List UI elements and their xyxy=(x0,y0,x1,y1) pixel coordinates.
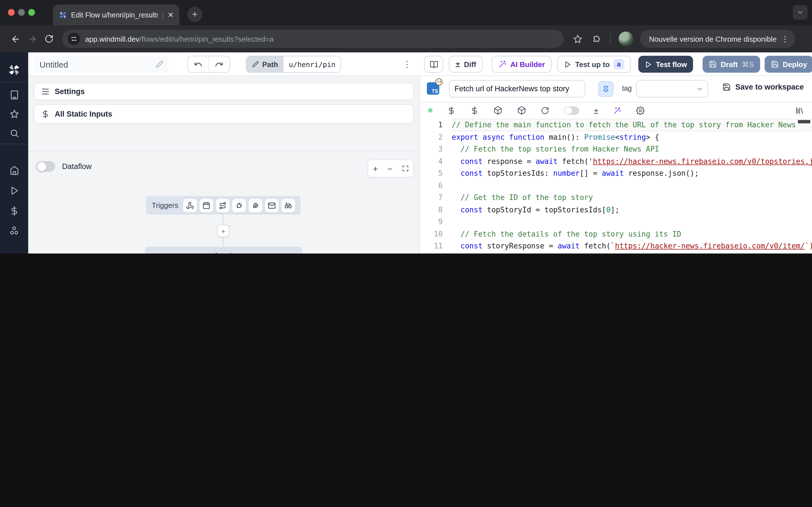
add-variable-icon[interactable] xyxy=(447,106,456,115)
editor-settings-icon[interactable] xyxy=(636,106,645,115)
save-to-workspace-button[interactable]: Save to workspace xyxy=(722,83,804,91)
test-flow-button[interactable]: Test flow xyxy=(638,56,693,73)
minimize-window-button[interactable] xyxy=(18,9,25,16)
code-line[interactable]: 9 xyxy=(420,216,812,228)
screen: Edit Flow u/henri/pin_results | ✕ + xyxy=(0,0,812,253)
chrome-update-button[interactable]: Nouvelle version de Chrome disponible ⋮ xyxy=(640,30,795,48)
sidebar-item-home[interactable] xyxy=(0,163,28,177)
add-resource-icon[interactable] xyxy=(470,106,479,115)
toolbar-divider xyxy=(610,33,611,45)
browser-menu-icon[interactable]: ⋮ xyxy=(781,34,790,43)
profile-avatar[interactable] xyxy=(619,32,633,46)
path-value[interactable]: u/henri/pin xyxy=(284,56,341,72)
save-icon xyxy=(771,60,779,68)
flow-settings-button[interactable]: Settings xyxy=(34,83,414,100)
triggers-node[interactable]: Triggers xyxy=(146,196,301,215)
diff-button[interactable]: ± Diff xyxy=(449,56,483,73)
code-line[interactable]: 5 const topStoriesIds: number[] = await … xyxy=(420,167,812,179)
flow-name-input[interactable] xyxy=(38,59,148,69)
browser-chrome: Edit Flow u/henri/pin_results | ✕ + xyxy=(0,0,812,52)
code-line[interactable]: 1// Define the main function to fetch th… xyxy=(420,119,812,131)
test-up-to-button[interactable]: Test up to a xyxy=(557,56,631,73)
code-line[interactable]: 4 const response = await fetch('https://… xyxy=(420,155,812,167)
flow-name-field[interactable] xyxy=(34,56,168,73)
sidebar-item-workspace[interactable] xyxy=(0,87,28,102)
path-label-segment[interactable]: Path xyxy=(246,56,284,72)
edit-pencil-icon xyxy=(252,61,259,68)
back-icon[interactable] xyxy=(7,31,24,47)
schedule-trigger-icon[interactable] xyxy=(200,199,213,212)
dataflow-toggle[interactable] xyxy=(36,161,55,172)
url-host: app.windmill.dev xyxy=(85,35,139,43)
extensions-icon[interactable] xyxy=(592,34,601,44)
forward-icon[interactable] xyxy=(24,31,41,47)
sidebar-item-resources[interactable] xyxy=(0,224,28,238)
diff-icon[interactable]: ± xyxy=(594,106,598,115)
kafka-trigger-icon[interactable] xyxy=(249,199,262,212)
reload-code-icon[interactable] xyxy=(541,106,549,115)
code-line[interactable]: 8 const topStoryId = topStoriesIds[0]; xyxy=(420,204,812,216)
dollar-icon xyxy=(41,110,50,118)
book-icon xyxy=(429,60,438,68)
poll-trigger-icon[interactable] xyxy=(282,199,295,212)
minimap-slider[interactable] xyxy=(798,120,810,123)
deploy-button[interactable]: Deploy xyxy=(765,56,812,73)
code-line[interactable]: 3 // Fetch the top stories from Hacker N… xyxy=(420,143,812,155)
code-line[interactable]: 10 // Fetch the details of the top story… xyxy=(420,228,812,240)
webhook-trigger-icon[interactable] xyxy=(183,199,197,212)
redo-button[interactable] xyxy=(208,56,230,72)
windmill-logo[interactable] xyxy=(0,62,28,77)
sidebar-item-variables[interactable] xyxy=(0,203,28,218)
code-line[interactable]: 6 xyxy=(420,179,812,191)
fit-view-icon[interactable] xyxy=(402,165,409,172)
pin-step-button[interactable] xyxy=(598,81,613,97)
edit-pencil-icon xyxy=(156,60,163,68)
package-icon[interactable] xyxy=(493,106,502,115)
sidebar-item-runs[interactable] xyxy=(0,183,28,198)
code-editor[interactable]: 1// Define the main function to fetch th… xyxy=(420,119,812,253)
tab-close-icon[interactable]: ✕ xyxy=(167,11,174,18)
zoom-in-icon[interactable]: + xyxy=(373,164,378,173)
tag-select[interactable] xyxy=(636,80,708,98)
code-line[interactable]: 11 const storyResponse = await fetch(`ht… xyxy=(420,240,812,252)
draft-button[interactable]: Draft ⌘S xyxy=(703,56,760,73)
sidebar-item-favorites[interactable] xyxy=(0,107,28,121)
url-text: app.windmill.dev/flows/edit/u/henri/pin_… xyxy=(85,35,273,43)
package-install-icon[interactable] xyxy=(517,106,526,115)
site-info-icon[interactable] xyxy=(68,33,80,45)
undo-button[interactable] xyxy=(188,56,208,72)
code-line[interactable]: 2export async function main(): Promise<s… xyxy=(420,131,812,143)
dataflow-toggle-row: Dataflow xyxy=(36,161,92,172)
path-control[interactable]: Path u/henri/pin xyxy=(246,56,341,73)
docs-button[interactable] xyxy=(424,56,443,73)
maximize-window-button[interactable] xyxy=(28,9,35,16)
email-trigger-icon[interactable] xyxy=(265,199,278,212)
browser-tab[interactable]: Edit Flow u/henri/pin_results | ✕ xyxy=(53,4,179,25)
chrome-update-label: Nouvelle version de Chrome disponible xyxy=(649,35,776,43)
reload-icon[interactable] xyxy=(41,31,57,47)
more-options-icon[interactable]: ⋮ xyxy=(400,56,414,73)
sidebar-item-search[interactable] xyxy=(0,126,28,140)
all-static-inputs-button[interactable]: All Static Inputs xyxy=(34,104,414,124)
insert-step-button[interactable]: + xyxy=(217,225,230,237)
ai-builder-button[interactable]: AI Builder xyxy=(492,56,552,73)
code-line[interactable]: 12 const topStory = await storyResponse.… xyxy=(420,252,812,253)
diff-mode-toggle[interactable] xyxy=(564,106,579,115)
undo-redo-group xyxy=(187,56,230,73)
sidebar-divider xyxy=(0,82,28,82)
bun-icon xyxy=(435,78,443,86)
websocket-trigger-icon[interactable] xyxy=(232,199,246,212)
close-window-button[interactable] xyxy=(8,9,15,16)
url-bar[interactable]: app.windmill.dev/flows/edit/u/henri/pin_… xyxy=(62,30,564,48)
route-trigger-icon[interactable] xyxy=(216,199,230,212)
flow-graph-panel: Settings All Static Inputs Dataflow + − … xyxy=(28,76,420,253)
ai-assist-icon[interactable] xyxy=(613,106,621,115)
new-tab-button[interactable]: + xyxy=(187,7,202,22)
library-icon[interactable] xyxy=(795,106,804,115)
input-node[interactable]: Input xyxy=(146,247,302,253)
tab-search-chevron-icon[interactable] xyxy=(793,5,808,20)
bookmark-star-icon[interactable] xyxy=(573,34,582,44)
code-line[interactable]: 7 // Get the ID of the top story xyxy=(420,191,812,204)
zoom-out-icon[interactable]: − xyxy=(388,164,393,173)
step-summary-input[interactable] xyxy=(449,80,585,98)
